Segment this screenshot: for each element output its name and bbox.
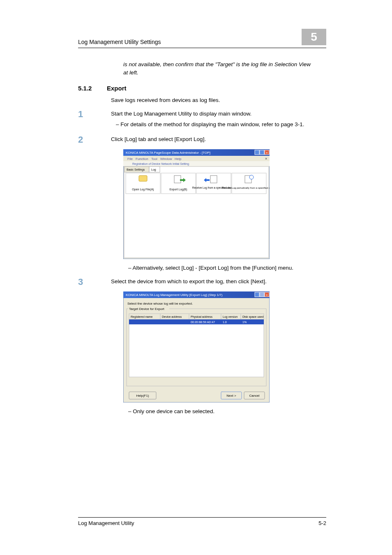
svg-text:×: × (265, 157, 267, 161)
footer-title: Log Management Utility (78, 520, 134, 526)
menu-file[interactable]: File (127, 157, 133, 161)
screenshot-main-window: KONICA MINOLTA PageScope Data Administra… (123, 149, 314, 259)
next-button[interactable]: Next > (221, 392, 242, 399)
group-label: Target Device for Export (129, 307, 165, 311)
folder-icon (139, 176, 147, 181)
col-physical-address[interactable]: Physical address (191, 315, 212, 319)
menu-window[interactable]: Window (160, 157, 172, 161)
section-intro: Save logs received from devices as log f… (111, 96, 314, 104)
section-heading: 5.1.2Export (78, 84, 314, 93)
step-number-1: 1 (78, 110, 111, 119)
svg-text:Cancel: Cancel (249, 394, 260, 398)
step-1-text: Start the Log Management Utility to disp… (111, 110, 314, 118)
chapter-indicator: 5 (302, 29, 326, 45)
device-list[interactable] (129, 319, 264, 377)
step-3-sub: Only one device can be selected. (135, 407, 314, 416)
clock-icon (249, 175, 254, 179)
svg-text:Help(F1): Help(F1) (136, 394, 149, 398)
cancel-button[interactable]: Cancel (244, 392, 265, 399)
step-number-2: 2 (78, 135, 111, 144)
open-log-file-button[interactable]: Open Log File(A) (126, 173, 160, 194)
chapter-number: 5 (311, 30, 317, 44)
menu-help[interactable]: Help (175, 157, 182, 161)
dialog-title: KONICA MINOLTA Log Management Utility [E… (126, 293, 223, 297)
export-log-button[interactable]: Export Log(B) (161, 173, 196, 194)
svg-text:1%: 1% (242, 321, 247, 324)
footer-page-number: 5-2 (318, 520, 326, 526)
maximize-icon (260, 292, 264, 297)
col-disk-space[interactable]: Disk space used (242, 315, 263, 319)
minimize-icon[interactable] (255, 150, 259, 155)
section-number: 5.1.2 (78, 84, 107, 93)
maximize-icon[interactable] (260, 150, 264, 155)
svg-text:Basic Settings: Basic Settings (127, 168, 145, 171)
svg-text:00:20:6B:59:AD:47: 00:20:6B:59:AD:47 (191, 321, 215, 324)
window-title: KONICA MINOLTA PageScope Data Administra… (126, 151, 210, 155)
col-registered-name[interactable]: Registered name (131, 315, 152, 319)
step-2-text: Click [Log] tab and select [Export Log]. (111, 135, 314, 143)
document-icon (210, 176, 217, 183)
footer-rule (78, 517, 326, 518)
col-device-address[interactable]: Device address (162, 315, 182, 318)
step-1-sub: For details of the method for displaying… (122, 120, 314, 129)
receive-log-button[interactable]: Receive Log from a specified device (192, 173, 235, 194)
help-button[interactable]: Help(F1) (129, 392, 156, 399)
step-number-3: 3 (78, 278, 111, 287)
step-3-text: Select the device from which to export t… (111, 278, 314, 286)
section-title: Export (107, 85, 127, 92)
document-icon (174, 176, 181, 183)
screenshot-export-dialog: KONICA MINOLTA Log Management Utility [E… (123, 291, 314, 402)
svg-text:1.0: 1.0 (223, 321, 227, 324)
svg-text:Export Log(B): Export Log(B) (169, 188, 187, 191)
svg-text:×: × (266, 293, 268, 297)
col-log-version[interactable]: Log version (223, 315, 238, 319)
step-2-sub: Alternatively, select [Log] - [Export Lo… (135, 264, 314, 272)
svg-text:Log: Log (151, 168, 156, 171)
dialog-prompt: Select the device whose log will be expo… (127, 302, 193, 305)
svg-text:×: × (266, 151, 268, 155)
page-header-title: Log Management Utility Settings (78, 39, 161, 45)
svg-text:Receive Log periodically from : Receive Log periodically from a specifie… (222, 186, 270, 189)
carryover-note: is not available, then confirm that the … (123, 60, 314, 76)
minimize-icon[interactable] (255, 292, 259, 297)
toolbar-links[interactable]: Registration of Device Network Initial S… (132, 162, 189, 166)
svg-text:Next >: Next > (226, 394, 236, 398)
menu-function[interactable]: Function (136, 157, 148, 161)
svg-text:Open Log File(A): Open Log File(A) (132, 188, 154, 191)
menu-tool[interactable]: Tool (151, 157, 157, 161)
